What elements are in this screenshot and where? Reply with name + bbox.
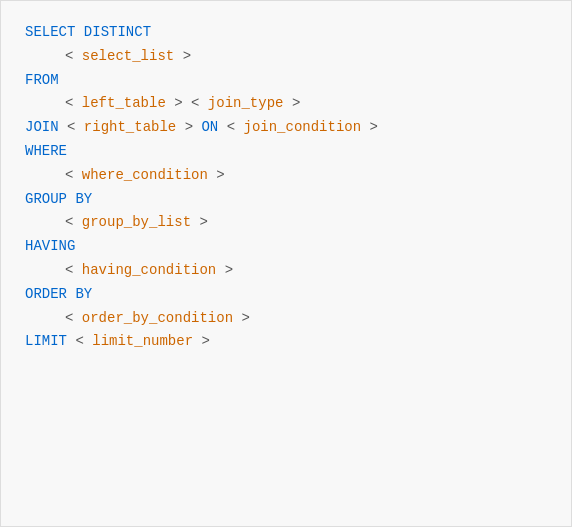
keyword: WHERE xyxy=(25,140,67,164)
placeholder-text: where_condition xyxy=(82,164,208,188)
punctuation: < xyxy=(65,307,82,331)
punctuation: < xyxy=(227,116,244,140)
placeholder-text: left_table xyxy=(82,92,166,116)
line-tables: < left_table > < join_type > xyxy=(25,92,547,116)
indent-space xyxy=(25,164,65,188)
keyword: ORDER xyxy=(25,283,67,307)
punctuation: > xyxy=(208,164,225,188)
punctuation: < xyxy=(65,164,82,188)
line-from: FROM xyxy=(25,69,547,93)
punctuation: > xyxy=(174,45,191,69)
keyword: SELECT xyxy=(25,21,75,45)
placeholder-text: right_table xyxy=(84,116,176,140)
punctuation: < xyxy=(65,211,82,235)
keyword: ON xyxy=(201,116,218,140)
plain-text xyxy=(67,330,75,354)
line-join: JOIN < right_table > ON < join_condition… xyxy=(25,116,547,140)
indent-space xyxy=(25,307,65,331)
line-order-by-condition: < order_by_condition > xyxy=(25,307,547,331)
line-group-by-list: < group_by_list > xyxy=(25,211,547,235)
punctuation: > xyxy=(166,92,183,116)
punctuation: < xyxy=(191,92,208,116)
line-select-list: < select_list > xyxy=(25,45,547,69)
line-order-by: ORDER BY xyxy=(25,283,547,307)
punctuation: > xyxy=(361,116,378,140)
keyword: DISTINCT xyxy=(84,21,151,45)
indent-space xyxy=(25,45,65,69)
punctuation: < xyxy=(65,92,82,116)
plain-text xyxy=(75,21,83,45)
indent-space xyxy=(25,92,65,116)
line-where-condition: < where_condition > xyxy=(25,164,547,188)
keyword: FROM xyxy=(25,69,59,93)
line-limit: LIMIT < limit_number > xyxy=(25,330,547,354)
keyword: JOIN xyxy=(25,116,59,140)
punctuation: > xyxy=(216,259,233,283)
keyword: BY xyxy=(75,188,92,212)
plain-text xyxy=(218,116,226,140)
plain-text xyxy=(183,92,191,116)
punctuation: < xyxy=(75,330,92,354)
indent-space xyxy=(25,259,65,283)
plain-text xyxy=(67,188,75,212)
plain-text xyxy=(67,283,75,307)
line-having-condition: < having_condition > xyxy=(25,259,547,283)
placeholder-text: join_condition xyxy=(244,116,362,140)
placeholder-text: order_by_condition xyxy=(82,307,233,331)
plain-text xyxy=(59,116,67,140)
punctuation: > xyxy=(233,307,250,331)
punctuation: < xyxy=(67,116,84,140)
plain-text xyxy=(193,116,201,140)
punctuation: > xyxy=(193,330,210,354)
line-group-by: GROUP BY xyxy=(25,188,547,212)
punctuation: > xyxy=(283,92,300,116)
code-block: SELECT DISTINCT < select_list >FROM < le… xyxy=(0,0,572,527)
placeholder-text: join_type xyxy=(208,92,284,116)
placeholder-text: select_list xyxy=(82,45,174,69)
line-having: HAVING xyxy=(25,235,547,259)
keyword: GROUP xyxy=(25,188,67,212)
line-where: WHERE xyxy=(25,140,547,164)
keyword: LIMIT xyxy=(25,330,67,354)
punctuation: < xyxy=(65,45,82,69)
placeholder-text: group_by_list xyxy=(82,211,191,235)
placeholder-text: limit_number xyxy=(92,330,193,354)
indent-space xyxy=(25,211,65,235)
line-select: SELECT DISTINCT xyxy=(25,21,547,45)
punctuation: < xyxy=(65,259,82,283)
keyword: HAVING xyxy=(25,235,75,259)
punctuation: > xyxy=(191,211,208,235)
punctuation: > xyxy=(176,116,193,140)
placeholder-text: having_condition xyxy=(82,259,216,283)
keyword: BY xyxy=(75,283,92,307)
